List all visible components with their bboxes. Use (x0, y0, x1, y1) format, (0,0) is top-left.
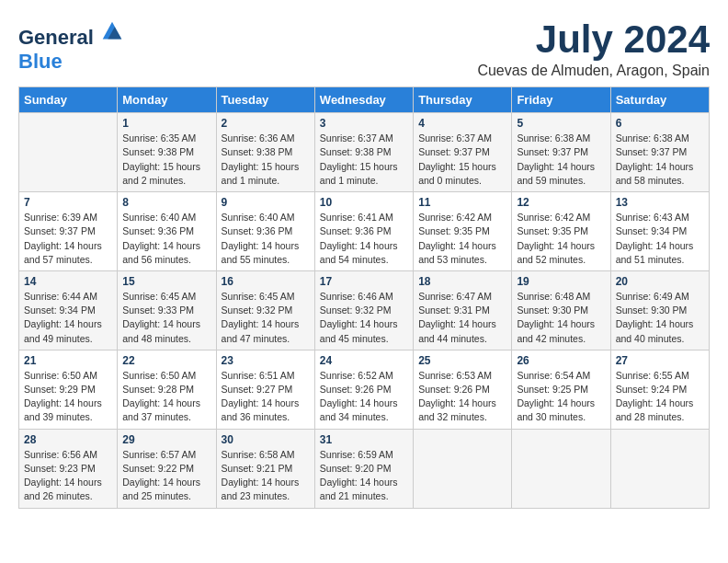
sunset-text: Sunset: 9:36 PM (122, 224, 210, 238)
calendar-day-cell: 26Sunrise: 6:54 AMSunset: 9:25 PMDayligh… (512, 350, 610, 429)
day-number: 30 (222, 433, 310, 446)
day-info: Sunrise: 6:59 AMSunset: 9:20 PMDaylight:… (320, 448, 408, 504)
sunrise-text: Sunrise: 6:39 AM (24, 211, 112, 224)
sunset-text: Sunset: 9:37 PM (616, 145, 704, 159)
daylight-text: Daylight: 14 hours and 48 minutes. (122, 317, 210, 345)
month-title: July 2024 (477, 18, 710, 61)
daylight-text: Daylight: 14 hours and 21 minutes. (320, 476, 408, 503)
day-info: Sunrise: 6:55 AMSunset: 9:24 PMDaylight:… (616, 369, 704, 425)
calendar-day-cell: 21Sunrise: 6:50 AMSunset: 9:29 PMDayligh… (19, 350, 118, 429)
sunrise-text: Sunrise: 6:41 AM (320, 211, 408, 224)
calendar-week-row: 28Sunrise: 6:56 AMSunset: 9:23 PMDayligh… (19, 429, 710, 508)
day-number: 3 (320, 117, 408, 130)
day-info: Sunrise: 6:53 AMSunset: 9:26 PMDaylight:… (418, 369, 506, 425)
sunset-text: Sunset: 9:38 PM (122, 145, 210, 159)
calendar-day-cell: 3Sunrise: 6:37 AMSunset: 9:38 PMDaylight… (314, 113, 413, 192)
day-info: Sunrise: 6:47 AMSunset: 9:31 PMDaylight:… (418, 290, 506, 346)
daylight-text: Daylight: 14 hours and 34 minutes. (320, 396, 408, 424)
calendar-day-cell: 19Sunrise: 6:48 AMSunset: 9:30 PMDayligh… (512, 270, 610, 350)
sunrise-text: Sunrise: 6:37 AM (418, 132, 506, 145)
day-number: 12 (517, 196, 605, 209)
sunset-text: Sunset: 9:25 PM (517, 383, 605, 396)
weekday-header-row: SundayMondayTuesdayWednesdayThursdayFrid… (19, 87, 710, 113)
logo-general: General (18, 26, 94, 49)
day-number: 6 (616, 117, 704, 130)
calendar-day-cell (414, 429, 512, 508)
sunset-text: Sunset: 9:38 PM (222, 145, 310, 159)
sunset-text: Sunset: 9:32 PM (222, 304, 310, 317)
day-number: 8 (122, 196, 210, 209)
calendar-day-cell (19, 113, 118, 192)
logo-blue: Blue (18, 50, 63, 73)
daylight-text: Daylight: 14 hours and 53 minutes. (418, 239, 506, 267)
day-info: Sunrise: 6:51 AMSunset: 9:27 PMDaylight:… (222, 369, 310, 425)
calendar-day-cell: 30Sunrise: 6:58 AMSunset: 9:21 PMDayligh… (216, 429, 314, 508)
day-info: Sunrise: 6:57 AMSunset: 9:22 PMDaylight:… (122, 448, 210, 504)
day-number: 11 (418, 196, 506, 209)
day-number: 22 (122, 354, 210, 367)
day-info: Sunrise: 6:42 AMSunset: 9:35 PMDaylight:… (418, 211, 506, 267)
daylight-text: Daylight: 15 hours and 0 minutes. (418, 160, 506, 188)
daylight-text: Daylight: 14 hours and 37 minutes. (122, 396, 210, 424)
calendar-day-cell: 7Sunrise: 6:39 AMSunset: 9:37 PMDaylight… (19, 192, 118, 271)
daylight-text: Daylight: 14 hours and 36 minutes. (222, 396, 310, 424)
day-info: Sunrise: 6:56 AMSunset: 9:23 PMDaylight:… (24, 448, 112, 504)
day-number: 16 (222, 275, 310, 288)
sunset-text: Sunset: 9:30 PM (517, 304, 605, 317)
daylight-text: Daylight: 14 hours and 42 minutes. (517, 317, 605, 345)
day-info: Sunrise: 6:52 AMSunset: 9:26 PMDaylight:… (320, 369, 408, 425)
daylight-text: Daylight: 14 hours and 23 minutes. (222, 476, 310, 503)
day-info: Sunrise: 6:43 AMSunset: 9:34 PMDaylight:… (616, 211, 704, 267)
daylight-text: Daylight: 14 hours and 45 minutes. (320, 317, 408, 345)
day-info: Sunrise: 6:38 AMSunset: 9:37 PMDaylight:… (517, 132, 605, 188)
daylight-text: Daylight: 14 hours and 49 minutes. (24, 317, 112, 345)
calendar-day-cell: 24Sunrise: 6:52 AMSunset: 9:26 PMDayligh… (314, 350, 413, 429)
calendar-day-cell: 5Sunrise: 6:38 AMSunset: 9:37 PMDaylight… (512, 113, 610, 192)
sunrise-text: Sunrise: 6:44 AM (24, 290, 112, 304)
day-number: 7 (24, 196, 112, 209)
sunrise-text: Sunrise: 6:38 AM (616, 132, 704, 145)
calendar-day-cell: 9Sunrise: 6:40 AMSunset: 9:36 PMDaylight… (216, 192, 314, 271)
calendar-day-cell: 31Sunrise: 6:59 AMSunset: 9:20 PMDayligh… (314, 429, 413, 508)
sunrise-text: Sunrise: 6:56 AM (24, 448, 112, 462)
daylight-text: Daylight: 14 hours and 30 minutes. (517, 396, 605, 424)
daylight-text: Daylight: 14 hours and 54 minutes. (320, 239, 408, 267)
calendar-day-cell (610, 429, 709, 508)
day-info: Sunrise: 6:48 AMSunset: 9:30 PMDaylight:… (517, 290, 605, 346)
day-number: 20 (616, 275, 704, 288)
daylight-text: Daylight: 14 hours and 58 minutes. (616, 160, 704, 188)
daylight-text: Daylight: 14 hours and 51 minutes. (616, 239, 704, 267)
day-info: Sunrise: 6:58 AMSunset: 9:21 PMDaylight:… (222, 448, 310, 504)
sunset-text: Sunset: 9:21 PM (222, 462, 310, 476)
day-info: Sunrise: 6:50 AMSunset: 9:29 PMDaylight:… (24, 369, 112, 425)
daylight-text: Daylight: 14 hours and 25 minutes. (122, 476, 210, 503)
weekday-header-wednesday: Wednesday (314, 87, 413, 113)
calendar-day-cell: 8Sunrise: 6:40 AMSunset: 9:36 PMDaylight… (118, 192, 216, 271)
sunset-text: Sunset: 9:24 PM (616, 383, 704, 396)
daylight-text: Daylight: 14 hours and 55 minutes. (222, 239, 310, 267)
location-title: Cuevas de Almuden, Aragon, Spain (477, 63, 710, 79)
weekday-header-sunday: Sunday (19, 87, 118, 113)
calendar-week-row: 7Sunrise: 6:39 AMSunset: 9:37 PMDaylight… (19, 192, 710, 271)
sunrise-text: Sunrise: 6:48 AM (517, 290, 605, 304)
daylight-text: Daylight: 15 hours and 2 minutes. (122, 160, 210, 188)
calendar-day-cell: 2Sunrise: 6:36 AMSunset: 9:38 PMDaylight… (216, 113, 314, 192)
sunset-text: Sunset: 9:30 PM (616, 304, 704, 317)
daylight-text: Daylight: 14 hours and 57 minutes. (24, 239, 112, 267)
sunrise-text: Sunrise: 6:37 AM (320, 132, 408, 145)
calendar-day-cell: 14Sunrise: 6:44 AMSunset: 9:34 PMDayligh… (19, 270, 118, 350)
calendar-day-cell: 10Sunrise: 6:41 AMSunset: 9:36 PMDayligh… (314, 192, 413, 271)
calendar-day-cell: 29Sunrise: 6:57 AMSunset: 9:22 PMDayligh… (118, 429, 216, 508)
day-number: 17 (320, 275, 408, 288)
daylight-text: Daylight: 14 hours and 39 minutes. (24, 396, 112, 424)
calendar-day-cell: 18Sunrise: 6:47 AMSunset: 9:31 PMDayligh… (414, 270, 512, 350)
sunrise-text: Sunrise: 6:38 AM (517, 132, 605, 145)
daylight-text: Daylight: 14 hours and 52 minutes. (517, 239, 605, 267)
sunrise-text: Sunrise: 6:53 AM (418, 369, 506, 383)
calendar-week-row: 1Sunrise: 6:35 AMSunset: 9:38 PMDaylight… (19, 113, 710, 192)
weekday-header-tuesday: Tuesday (216, 87, 314, 113)
daylight-text: Daylight: 14 hours and 47 minutes. (222, 317, 310, 345)
sunset-text: Sunset: 9:28 PM (122, 383, 210, 396)
weekday-header-saturday: Saturday (610, 87, 709, 113)
sunrise-text: Sunrise: 6:43 AM (616, 211, 704, 224)
